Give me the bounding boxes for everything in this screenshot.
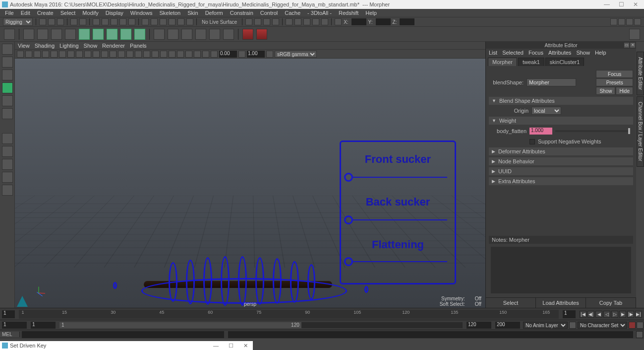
script-editor-icon[interactable]	[636, 331, 643, 338]
gate-mask-icon[interactable]	[76, 51, 83, 58]
ik-handle-icon[interactable]	[51, 29, 62, 40]
layout-5-icon[interactable]	[321, 18, 328, 25]
subwin-close[interactable]: ✕	[243, 343, 248, 349]
rig-ring-6[interactable]	[255, 257, 264, 305]
layout-tool-2-icon[interactable]	[2, 159, 13, 170]
menu-edit[interactable]: Edit	[18, 10, 33, 16]
screen-space-ao-icon[interactable]	[177, 51, 184, 58]
play-fwd-icon[interactable]: ▷	[611, 311, 618, 318]
character-set-select[interactable]: No Character Set	[578, 322, 627, 329]
popout-icon[interactable]: ▭	[624, 43, 629, 48]
script-lang[interactable]: MEL	[0, 332, 20, 337]
ae-menu-attributes[interactable]: Attributes	[548, 50, 571, 56]
neg-weights-checkbox[interactable]	[529, 139, 535, 144]
range-start-inner[interactable]: 1	[31, 322, 56, 329]
save-scene-icon[interactable]	[57, 18, 64, 25]
sel-mode-icon-3[interactable]	[111, 18, 117, 25]
rig-ring-1[interactable]	[169, 262, 177, 302]
menu-constrain[interactable]: Constrain	[227, 10, 256, 16]
scale-tool-icon[interactable]	[2, 108, 13, 119]
vmenu-view[interactable]: View	[18, 43, 30, 49]
menu-redshift[interactable]: Redshift	[336, 10, 361, 16]
sel-mode-icon-2[interactable]	[102, 18, 109, 25]
toggle-panel-2-icon[interactable]	[618, 18, 625, 25]
lattice-icon[interactable]	[79, 29, 90, 40]
image-plane-icon[interactable]	[34, 51, 41, 58]
menu-modify[interactable]: Modify	[79, 10, 101, 16]
rotate-tool-icon[interactable]	[2, 95, 13, 106]
section-uuid[interactable]: ▶UUID	[489, 167, 633, 175]
sel-mode-icon-5[interactable]	[128, 18, 135, 25]
menu-cache[interactable]: Cache	[282, 10, 303, 16]
sel-mode-icon-4[interactable]	[119, 18, 126, 25]
hud-slider-track-2[interactable]	[353, 219, 447, 220]
quick-rig-icon[interactable]	[242, 29, 253, 40]
resolution-gate-icon[interactable]	[67, 51, 74, 58]
step-back-key-icon[interactable]: ◀|	[587, 311, 594, 318]
step-back-icon[interactable]: ◀	[595, 311, 602, 318]
section-extra-attributes[interactable]: ▶Extra Attributes	[489, 177, 633, 185]
hud-slider-handle-2[interactable]	[344, 215, 353, 224]
xform-icon[interactable]	[335, 18, 342, 25]
exposure-field[interactable]: 0.00	[219, 51, 237, 58]
menu-help[interactable]: Help	[362, 10, 380, 16]
rig-ring-9[interactable]	[307, 264, 315, 300]
color-space-select[interactable]: sRGB gamma	[275, 51, 317, 58]
section-weight[interactable]: ▼Weight	[489, 117, 633, 125]
step-fwd-key-icon[interactable]: |▶	[627, 311, 634, 318]
last-tool-icon[interactable]	[2, 133, 13, 144]
render-settings-icon[interactable]	[272, 18, 279, 25]
viewport[interactable]: Front sucker Back sucker Flattening pers…	[15, 59, 485, 308]
field-chart-icon[interactable]	[84, 51, 91, 58]
vmenu-show[interactable]: Show	[84, 43, 98, 49]
isolate-icon[interactable]	[152, 51, 159, 58]
command-input[interactable]	[22, 331, 224, 338]
workspace-selector[interactable]: Rigging	[3, 18, 33, 26]
sel-mode-icon[interactable]	[93, 18, 100, 25]
prefs-icon[interactable]	[637, 322, 644, 329]
shelf-expand-icon[interactable]	[629, 29, 640, 40]
range-end-outer[interactable]: 200	[495, 322, 520, 329]
tab-skincluster1[interactable]: skinCluster1	[545, 58, 585, 66]
toggle-panel-1-icon[interactable]	[610, 18, 617, 25]
safe-title-icon[interactable]	[101, 51, 108, 58]
ipr-icon[interactable]	[263, 18, 270, 25]
current-frame-left[interactable]: 1	[2, 310, 15, 318]
menu-select[interactable]: Select	[58, 10, 79, 16]
menu-skin[interactable]: Skin	[184, 10, 201, 16]
lights-icon[interactable]	[135, 51, 142, 58]
range-handle[interactable]: 1 120	[59, 322, 301, 328]
focus-button[interactable]: Focus	[596, 70, 633, 78]
side-tab-channel-box[interactable]: Channel Box / Layer Editor	[637, 96, 644, 167]
2d-pan-icon[interactable]	[42, 51, 49, 58]
step-fwd-icon[interactable]: ▶	[619, 311, 626, 318]
rig-ring-2[interactable]	[186, 260, 195, 304]
vmenu-shading[interactable]: Shading	[35, 43, 55, 49]
camera-select-icon[interactable]	[17, 51, 24, 58]
xray-icon[interactable]	[160, 51, 167, 58]
section-node-behavior[interactable]: ▶Node Behavior	[489, 157, 633, 165]
shadows-icon[interactable]	[143, 51, 150, 58]
move-pivot-icon[interactable]	[23, 29, 34, 40]
rigid-bind-icon[interactable]	[168, 29, 178, 40]
lasso-tool-icon[interactable]	[2, 57, 13, 68]
layout-tool-4-icon[interactable]	[2, 185, 13, 196]
joint-tool-icon[interactable]	[37, 29, 48, 40]
weight-value[interactable]: 1.000	[529, 128, 552, 135]
wireframe-icon[interactable]	[110, 51, 117, 58]
ik-spline-icon[interactable]	[65, 29, 76, 40]
section-deformer-attributes[interactable]: ▶Deformer Attributes	[489, 147, 633, 155]
select-tool-icon[interactable]	[2, 44, 13, 55]
human-ik-icon[interactable]	[256, 29, 267, 40]
snap-curve-icon[interactable]	[151, 18, 158, 25]
go-start-icon[interactable]: |◀	[580, 311, 586, 318]
motion-blur-icon[interactable]	[185, 51, 192, 58]
paint-weights-icon[interactable]	[195, 29, 206, 40]
x-field[interactable]	[351, 18, 366, 25]
rig-ring-8[interactable]	[290, 261, 299, 303]
subwin-minimize[interactable]: —	[213, 343, 219, 349]
menu-deform[interactable]: Deform	[202, 10, 226, 16]
undo-icon[interactable]	[70, 18, 77, 25]
weight-slider-thumb[interactable]	[628, 128, 630, 134]
hud-slider-track-1[interactable]	[353, 177, 447, 178]
